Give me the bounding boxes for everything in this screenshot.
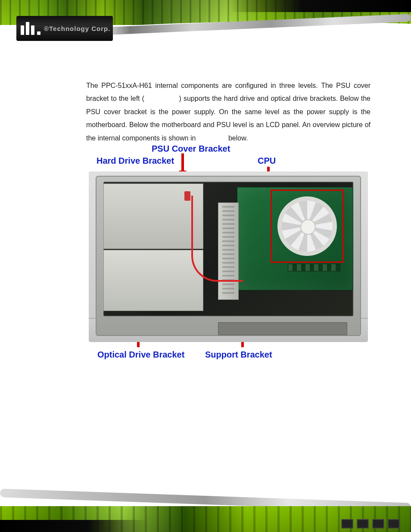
label-psu-cover-bracket: PSU Cover Bracket	[152, 144, 230, 154]
footer-chip-icons	[341, 519, 400, 529]
page-header: ®Technology Corp.	[0, 0, 411, 51]
document-page: ®Technology Corp. The PPC-51xxA-H61 inte…	[0, 0, 411, 532]
ram-module	[288, 264, 340, 271]
chip-icon	[341, 519, 353, 529]
label-hard-drive-bracket: Hard Drive Bracket	[97, 156, 174, 166]
body-content: The PPC-51xxA-H61 internal components ar…	[86, 79, 371, 145]
sata-connector-icon	[184, 191, 190, 201]
header-black-gradient	[230, 0, 411, 12]
intro-paragraph: The PPC-51xxA-H61 internal components ar…	[86, 79, 371, 145]
label-support-bracket: Support Bracket	[205, 350, 272, 360]
chip-icon	[388, 519, 400, 529]
brand-text: ®Technology Corp.	[44, 25, 110, 32]
page-footer	[0, 480, 411, 532]
figure-photo	[89, 171, 368, 342]
label-optical-drive-bracket: Optical Drive Bracket	[97, 350, 184, 360]
cpu-fan-icon	[277, 196, 337, 256]
label-cpu: CPU	[258, 156, 276, 166]
footer-black-gradient	[0, 520, 146, 532]
para-part3: below.	[228, 134, 248, 142]
brand-logo: ®Technology Corp.	[16, 16, 113, 41]
io-panel	[218, 322, 347, 335]
arrow-psu	[181, 153, 184, 172]
figure-internal-components: PSU Cover Bracket Hard Drive Bracket CPU…	[86, 143, 371, 363]
brand-reg: ®	[44, 25, 49, 32]
brand-mark-icon	[21, 22, 40, 35]
chip-icon	[357, 519, 369, 529]
sata-cable-icon	[191, 196, 243, 282]
brand-name: Technology Corp.	[49, 25, 110, 32]
optical-drive-bracket	[103, 250, 203, 311]
chip-icon	[372, 519, 384, 529]
